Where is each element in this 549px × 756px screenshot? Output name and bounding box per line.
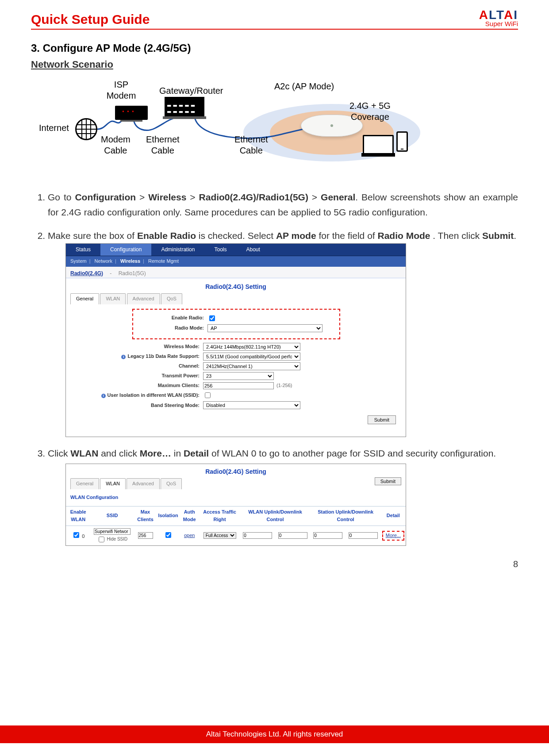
submenu-wireless[interactable]: Wireless (120, 258, 140, 264)
select-access-0[interactable]: Full Access (203, 532, 236, 539)
subtab2-wlan[interactable]: WLAN (100, 478, 126, 489)
menu-administration[interactable]: Administration (151, 244, 204, 256)
select-band-steering[interactable]: Disabled (203, 401, 300, 409)
subtab2-qos[interactable]: QoS (161, 478, 182, 489)
section-heading: 3. Configure AP Mode (2.4G/5G) (31, 42, 518, 54)
panel-title-2: Radio0(2.4G) Setting (66, 464, 406, 478)
menu-configuration[interactable]: Configuration (100, 244, 151, 256)
th-iso: Isolation (157, 506, 179, 526)
input-wlan-up-0[interactable] (243, 532, 272, 539)
subtab-qos[interactable]: QoS (161, 293, 182, 304)
diagram-label-eth-cable-2: EthernetCable (234, 134, 268, 156)
label-band-steering: Band Steering Mode: (70, 402, 203, 410)
submenu: System| Network| Wireless| Remote Mgmt (66, 256, 406, 267)
input-max-clients-0[interactable] (138, 532, 153, 539)
screenshot-radio-setting: Status Configuration Administration Tool… (65, 243, 406, 437)
input-sta-down-0[interactable] (349, 532, 378, 539)
diagram-label-modem-cable: ModemCable (101, 134, 131, 156)
th-detail: Detail (381, 506, 406, 526)
modem-leds: ● ● ● (122, 109, 135, 113)
info-icon: i (101, 394, 106, 398)
submenu-system[interactable]: System (70, 258, 87, 264)
table-row: 0 Hide SSID open Full Access M (66, 526, 406, 545)
instruction-step-2: Make sure the box of Enable Radio is che… (48, 228, 518, 437)
th-auth: Auth Mode (180, 506, 200, 526)
doc-title: Quick Setup Guide (31, 12, 150, 27)
checkbox-enable-radio[interactable] (209, 315, 215, 321)
screenshot-wlan-config: Radio0(2.4G) Setting General WLAN Advanc… (65, 464, 406, 546)
select-radio-mode[interactable]: AP (207, 324, 322, 332)
table-header-row: Enable WLAN SSID Max Clients Isolation A… (66, 506, 406, 526)
th-wlan-ctrl: WLAN Uplink/Downlink Control (240, 506, 311, 526)
submenu-remote[interactable]: Remote Mgmt (148, 258, 179, 264)
highlight-more-link: More... (382, 531, 404, 541)
menu-status[interactable]: Status (66, 244, 100, 256)
subsection-heading: Network Scenario (31, 59, 518, 70)
note-max-clients: (1-256) (276, 382, 292, 390)
subtab-wlan[interactable]: WLAN (100, 293, 126, 304)
subtab-general[interactable]: General (70, 293, 99, 304)
menu-about[interactable]: About (236, 244, 269, 256)
submit-button[interactable]: Submit (368, 415, 396, 424)
subtab2-general[interactable]: General (70, 478, 99, 489)
input-wlan-down-0[interactable] (278, 532, 307, 539)
input-ssid-0[interactable] (94, 528, 131, 535)
select-wireless-mode[interactable]: 2.4GHz 144Mbps(802.11ng HT20) (203, 343, 300, 351)
radio-tabs: Radio0(2.4G) - Radio1(5G) (66, 267, 406, 278)
label-enable-radio: Enable Radio: (137, 314, 207, 322)
input-sta-up-0[interactable] (313, 532, 342, 539)
brand-logo: ALTAI (479, 9, 518, 21)
tab-radio1[interactable]: Radio1(5G) (119, 270, 146, 276)
network-diagram: Internet ISPModem ● ● ● Gateway/Router ▬… (31, 77, 518, 179)
page-number: 8 (31, 555, 518, 574)
menu-tools[interactable]: Tools (204, 244, 236, 256)
checkbox-isolation-0[interactable] (165, 532, 171, 538)
diagram-label-isp-modem: ISPModem (107, 79, 136, 101)
diagram-label-gateway: Gateway/Router (159, 85, 223, 96)
checkbox-enable-wlan-0[interactable] (73, 532, 79, 538)
highlight-box: Enable Radio: Radio Mode: AP (132, 309, 340, 339)
submenu-network[interactable]: Network (95, 258, 112, 264)
link-auth-mode-0[interactable]: open (184, 533, 195, 538)
select-tx-power[interactable]: 23 (203, 372, 274, 380)
checkbox-isolation[interactable] (205, 392, 211, 398)
wlan-config-heading: WLAN Configuration (66, 491, 406, 506)
info-icon: i (121, 355, 126, 359)
label-max-clients: Maximum Clients: (70, 382, 203, 390)
checkbox-hide-ssid-0[interactable] (99, 537, 104, 542)
form-area: Enable Radio: Radio Mode: AP Wireless Mo… (66, 304, 406, 437)
panel-title: Radio0(2.4G) Setting (66, 278, 406, 293)
diagram-label-eth-cable-1: EthernetCable (146, 134, 180, 156)
tab-radio0[interactable]: Radio0(2.4G) (70, 270, 103, 276)
label-channel: Channel: (70, 362, 203, 370)
label-radio-mode: Radio Mode: (137, 324, 207, 332)
page-header: Quick Setup Guide ALTAI Super WiFi (31, 9, 518, 30)
phone-icon (396, 131, 408, 152)
subtab-advanced[interactable]: Advanced (127, 293, 160, 304)
diagram-label-coverage: 2.4G + 5GCoverage (349, 100, 391, 123)
footer: Altai Technologies Ltd. All rights reser… (0, 725, 549, 743)
input-max-clients[interactable] (203, 382, 274, 389)
th-access: Access Traffic Right (200, 506, 240, 526)
th-sta-ctrl: Station Uplink/Downlink Control (311, 506, 381, 526)
subtab2-advanced[interactable]: Advanced (127, 478, 160, 489)
more-link-0[interactable]: More... (386, 533, 401, 538)
subtabs-2: General WLAN Advanced QoS Submit (66, 478, 406, 491)
label-legacy: iLegacy 11b Data Rate Support: (70, 353, 203, 361)
instruction-list: Go to Configuration > Wireless > Radio0(… (31, 190, 518, 546)
label-isolation: iUser Isolation in different WLAN (SSID)… (70, 391, 203, 399)
globe-icon (75, 118, 97, 140)
th-enable: Enable WLAN (66, 506, 90, 526)
select-channel[interactable]: 2412MHz(Channel 1) (203, 362, 300, 370)
th-max: Max Clients (134, 506, 157, 526)
laptop-icon (363, 135, 394, 154)
label-wireless-mode: Wireless Mode: (70, 343, 203, 351)
subtabs: General WLAN Advanced QoS (66, 293, 406, 304)
label-tx-power: Transmit Power: (70, 372, 203, 380)
menubar: Status Configuration Administration Tool… (66, 244, 406, 256)
submit-button-2[interactable]: Submit (375, 477, 401, 485)
select-legacy[interactable]: 5.5/11M (Good compatibility/Good perform… (203, 353, 300, 361)
wlan-table: Enable WLAN SSID Max Clients Isolation A… (66, 506, 406, 546)
instruction-step-3: Click WLAN and click More… in Detail of … (48, 446, 518, 546)
th-ssid: SSID (90, 506, 134, 526)
